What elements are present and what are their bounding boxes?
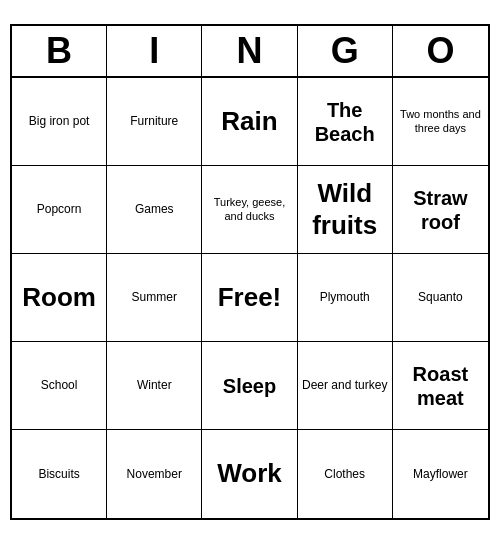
bingo-cell-16: Winter [107,342,202,430]
bingo-cell-2: Rain [202,78,297,166]
bingo-cell-15: School [12,342,107,430]
bingo-cell-17: Sleep [202,342,297,430]
bingo-cell-8: Wild fruits [298,166,393,254]
bingo-cell-18: Deer and turkey [298,342,393,430]
header-letter-n: N [202,26,297,76]
header-letter-o: O [393,26,488,76]
bingo-cell-20: Biscuits [12,430,107,518]
bingo-cell-11: Summer [107,254,202,342]
bingo-cell-13: Plymouth [298,254,393,342]
header-letter-g: G [298,26,393,76]
bingo-header: BINGO [12,26,488,78]
bingo-cell-23: Clothes [298,430,393,518]
bingo-cell-1: Furniture [107,78,202,166]
bingo-cell-9: Straw roof [393,166,488,254]
bingo-grid: Big iron potFurnitureRainThe BeachTwo mo… [12,78,488,518]
bingo-cell-12: Free! [202,254,297,342]
bingo-cell-10: Room [12,254,107,342]
bingo-cell-22: Work [202,430,297,518]
bingo-cell-19: Roast meat [393,342,488,430]
bingo-cell-7: Turkey, geese, and ducks [202,166,297,254]
bingo-cell-0: Big iron pot [12,78,107,166]
header-letter-i: I [107,26,202,76]
bingo-cell-14: Squanto [393,254,488,342]
bingo-cell-21: November [107,430,202,518]
bingo-cell-3: The Beach [298,78,393,166]
header-letter-b: B [12,26,107,76]
bingo-cell-4: Two months and three days [393,78,488,166]
bingo-cell-6: Games [107,166,202,254]
bingo-cell-5: Popcorn [12,166,107,254]
bingo-card: BINGO Big iron potFurnitureRainThe Beach… [10,24,490,520]
bingo-cell-24: Mayflower [393,430,488,518]
